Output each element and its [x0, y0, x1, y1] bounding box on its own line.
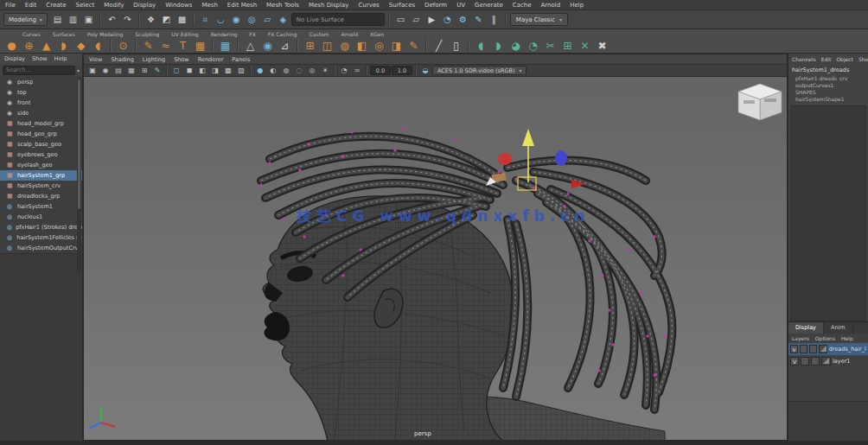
menu-item[interactable]: Mesh Tools	[266, 2, 299, 9]
default-light-icon[interactable]: ☀	[319, 66, 331, 76]
viewport-toolbar-icon[interactable]	[166, 66, 168, 75]
undo-icon[interactable]: ↶	[105, 13, 119, 27]
outliner-item[interactable]: eyebrows_geo	[0, 149, 82, 160]
2d-pan-zoom-icon[interactable]: ⊞	[138, 66, 150, 76]
new-scene-icon[interactable]: ▤	[50, 13, 65, 27]
sculpt-grab-icon[interactable]: ◖	[473, 38, 489, 53]
shelf-tab[interactable]: Sculpting	[135, 31, 159, 37]
shelf-tab[interactable]: UV Editing	[171, 31, 198, 37]
viewport-menu-item[interactable]: Renderer	[198, 56, 224, 63]
nurbs-cone-icon[interactable]: ▲	[38, 38, 54, 53]
layer-editor-tab[interactable]: Display	[788, 322, 824, 334]
menu-item[interactable]: UV	[456, 2, 465, 9]
outliner-scrollbar[interactable]	[77, 78, 81, 275]
menu-set-dropdown[interactable]: Modeling▾	[3, 13, 48, 26]
shelf-tab[interactable]: Arnold	[341, 31, 358, 37]
menu-item[interactable]: Select	[76, 2, 95, 9]
layer-visibility-toggle[interactable]: V	[790, 357, 799, 366]
channel-box-menu-item[interactable]: Channels	[792, 56, 816, 62]
layer-editor-menu-item[interactable]: Help	[841, 335, 853, 341]
layer-display-type-toggle[interactable]	[811, 357, 820, 366]
channel-box-line[interactable]: outputCurves1	[788, 81, 868, 88]
status-icon[interactable]	[138, 14, 140, 26]
channel-box-line[interactable]: hairSystemShape1	[788, 95, 868, 102]
layer-playback-toggle[interactable]	[800, 345, 807, 353]
sculpt-pinch-icon[interactable]: ◔	[525, 38, 541, 53]
nurbs-plane-icon[interactable]: ▦	[192, 38, 208, 53]
viewport-menu-item[interactable]: Lighting	[143, 56, 165, 63]
menu-item[interactable]: Edit	[25, 2, 37, 9]
menu-item[interactable]: Deform	[424, 2, 447, 9]
shelf-tab[interactable]: Custom	[310, 31, 329, 37]
project-curve-icon[interactable]: ◉	[259, 38, 276, 53]
loft-tool-icon[interactable]: ◖	[90, 38, 106, 53]
camera-attributes-icon[interactable]: ◉	[99, 66, 112, 76]
outliner-item[interactable]: hairSystem1	[0, 201, 82, 212]
channel-box-object-name[interactable]: hairSystem1_dreads	[788, 64, 868, 74]
shelf-icon[interactable]	[110, 39, 112, 52]
birail-tool-icon[interactable]: ◆	[73, 38, 89, 53]
pencil-curve-tool-icon[interactable]: ✎	[140, 38, 156, 53]
render-current-frame-icon[interactable]: ▶	[424, 13, 439, 27]
menu-item[interactable]: Arnold	[541, 2, 561, 9]
gamma-field[interactable]: 1.0	[392, 66, 412, 75]
lock-camera-icon[interactable]: ▣	[86, 66, 99, 76]
status-icon[interactable]	[193, 14, 195, 26]
open-scene-icon[interactable]: ▥	[66, 13, 80, 27]
status-icon[interactable]	[505, 14, 507, 26]
wireframe-on-shaded-icon[interactable]: ▩	[222, 66, 234, 76]
isolate-select-icon[interactable]: ◔	[338, 66, 350, 76]
motion-blur-icon[interactable]: ◌	[293, 66, 305, 76]
nurbs-torus-icon[interactable]: ⊕	[21, 38, 37, 53]
outliner-menu-item[interactable]: Show	[32, 55, 48, 62]
menu-item[interactable]: Create	[46, 2, 66, 9]
open-render-folder-icon[interactable]: ▱	[409, 13, 424, 27]
shadows-icon[interactable]: ◐	[267, 66, 279, 76]
color-management-icon[interactable]: ◒	[419, 66, 431, 76]
outliner-item[interactable]: eyelash_geo	[0, 160, 82, 170]
shelf-icon[interactable]	[237, 39, 239, 52]
layer-visibility-toggle[interactable]: V	[790, 345, 798, 353]
shelf-tab[interactable]: XGen	[370, 31, 384, 37]
outliner-item[interactable]: hairSystemOutputCrv	[0, 243, 82, 253]
make-live-icon[interactable]: ◈	[276, 13, 290, 27]
xray-mode-icon[interactable]: ▨	[235, 66, 247, 76]
layer-color-swatch[interactable]	[819, 345, 827, 353]
menu-item[interactable]: Cache	[513, 2, 532, 9]
shelf-tab[interactable]: Poly Modeling	[87, 31, 124, 37]
use-default-material-icon[interactable]: ◨	[209, 66, 221, 76]
view-transform-dropdown[interactable]: ACES 1.0 SDR-video (sRGB)	[432, 66, 527, 75]
shelf-icon[interactable]	[297, 39, 298, 52]
outliner-item[interactable]: head_model_grp	[0, 118, 82, 129]
all-lights-icon[interactable]: ●	[254, 66, 266, 76]
layer-editor-menu-item[interactable]: Options	[815, 335, 835, 341]
outliner-item[interactable]: hairSystem1Follicles (36)	[0, 232, 82, 243]
sculpt-smooth-icon[interactable]: ◗	[490, 38, 507, 53]
shelf-icon[interactable]	[135, 39, 137, 52]
poly-spherize-icon[interactable]: ◍	[336, 38, 353, 53]
poly-merge-icon[interactable]: ◧	[354, 38, 370, 53]
channel-box-line[interactable]: SHAPES	[788, 88, 868, 95]
layer-playback-toggle[interactable]	[801, 357, 809, 366]
ep-curve-tool-icon[interactable]: ⊙	[115, 38, 131, 53]
sculpt-relax-icon[interactable]: ◕	[507, 38, 524, 53]
outliner-item[interactable]: hairSystem1_grp	[0, 170, 82, 181]
wireframe-mode-icon[interactable]: ◻	[170, 66, 182, 76]
layer-editor-tab[interactable]: Anim	[824, 322, 853, 334]
viewport-menu-item[interactable]: Show	[174, 56, 189, 63]
three-point-arc-icon[interactable]: △	[242, 38, 258, 53]
outliner-item[interactable]: top	[0, 87, 82, 98]
nurbs-sphere-icon[interactable]: ●	[3, 38, 20, 53]
outliner-item[interactable]: nucleus1	[0, 212, 82, 222]
viewport-menu-item[interactable]: View	[89, 56, 102, 63]
select-component-icon[interactable]: ▩	[175, 13, 189, 27]
render-settings-icon[interactable]: ⚙	[456, 13, 470, 27]
viewport-toolbar-icon[interactable]	[250, 66, 252, 75]
insert-edge-loop-icon[interactable]: ▯	[448, 38, 464, 53]
poly-cube-array-icon[interactable]: ⊞	[302, 38, 318, 53]
poly-mirror-icon[interactable]: ◨	[388, 38, 405, 53]
freeze-tool-icon[interactable]: ✕	[577, 38, 593, 53]
layer-row[interactable]: V layer1	[788, 355, 868, 367]
outliner-item[interactable]: hairSystem_crv	[0, 181, 82, 191]
erase-tool-icon[interactable]: ✖	[594, 38, 610, 53]
